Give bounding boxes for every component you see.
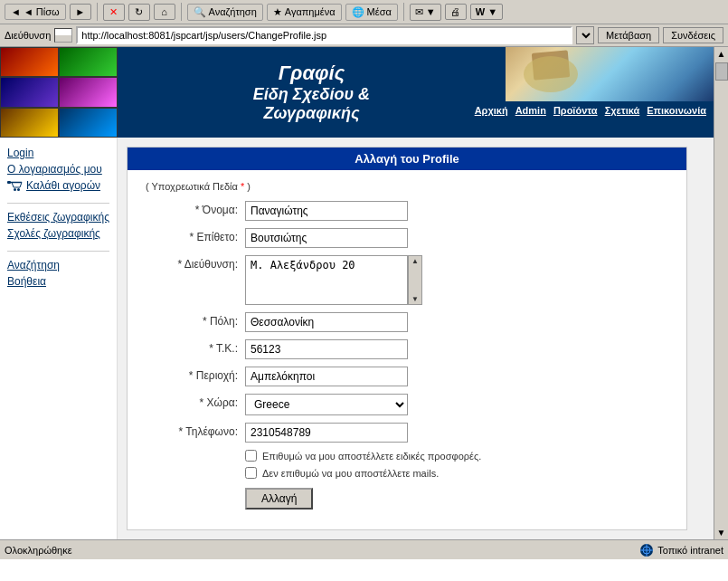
separator2 (181, 3, 182, 21)
required-note: ( Υποχρεωτικά Πεδία * ) (146, 181, 668, 192)
thumb-1 (0, 47, 59, 77)
sidebar-item-search[interactable]: Αναζήτηση (7, 259, 109, 271)
refresh-button[interactable]: ↻ (128, 4, 150, 21)
svg-rect-0 (7, 181, 11, 184)
print-button[interactable]: 🖨 (445, 4, 467, 20)
thumb-2 (59, 47, 118, 77)
sidebar-item-exhibitions[interactable]: Εκθέσεις ζωγραφικής (7, 211, 109, 224)
name-row: * Όνομα: (146, 201, 668, 221)
sidebar-section-utility: Αναζήτηση Βοήθεια (7, 259, 109, 288)
site-title-line3: Ζωγραφικής (253, 104, 370, 123)
zip-row: * Τ.Κ.: (146, 339, 668, 359)
scroll-up-icon: ▲ (411, 256, 420, 266)
nav-products[interactable]: Προϊόντα (553, 105, 598, 116)
status-right: Τοπικό intranet (639, 543, 723, 557)
submit-button[interactable]: Αλλαγή (245, 488, 313, 510)
site-header: Γραφίς Είδη Σχεδίου & Ζωγραφικής Αρχική … (0, 47, 714, 138)
textarea-scrollbar: ▲ ▼ (408, 255, 422, 305)
sidebar-divider2 (7, 251, 109, 252)
go-button[interactable]: Μετάβαση (598, 27, 659, 43)
site-title-line2: Είδη Σχεδίου & (253, 85, 370, 104)
search-button[interactable]: 🔍 Αναζήτηση (187, 4, 263, 21)
links-button[interactable]: Συνδέσεις (663, 27, 723, 43)
thumb-6 (59, 108, 118, 138)
home-button[interactable]: ⌂ (154, 4, 175, 20)
phone-input[interactable] (245, 423, 408, 443)
sidebar-section-account: Login Ο λογαριασμός μου (7, 147, 109, 192)
address-wrapper: Μ. Αλεξάνδρου 20 ▲ ▼ (245, 255, 422, 305)
sidebar-divider1 (7, 203, 109, 204)
nav-home[interactable]: Αρχική (475, 105, 508, 116)
profile-box: Αλλαγή του Profile ( Υποχρεωτικά Πεδία *… (127, 147, 687, 530)
sidebar-section-art: Εκθέσεις ζωγραφικής Σχολές ζωγραφικής (7, 211, 109, 240)
edit-button[interactable]: W ▼ (470, 4, 503, 20)
checkbox1-row: Επιθυμώ να μου αποστέλλετε ειδικές προσφ… (146, 450, 668, 462)
address-row: * Διεύθυνση: Μ. Αλεξάνδρου 20 ▲ ▼ (146, 255, 668, 305)
nav-about[interactable]: Σχετικά (605, 105, 640, 116)
address-textarea[interactable]: Μ. Αλεξάνδρου 20 (245, 255, 408, 305)
zip-input[interactable] (245, 339, 408, 359)
mail-button[interactable]: ✉ ▼ (410, 4, 441, 21)
name-label: * Όνομα: (146, 201, 245, 216)
sidebar-item-login[interactable]: Login (7, 147, 109, 159)
intranet-icon (639, 543, 654, 557)
sidebar-item-account[interactable]: Ο λογαριασμός μου (7, 163, 109, 176)
phone-label: * Τηλέφωνο: (146, 423, 245, 438)
header-right: Αρχική Admin Προϊόντα Σχετικά Επικοινωνί… (506, 47, 714, 138)
sidebar-item-help[interactable]: Βοήθεια (7, 275, 109, 288)
checkbox2-row: Δεν επιθυμώ να μου αποστέλλετε mails. (146, 467, 668, 479)
header-image (506, 47, 714, 101)
site-title-line1: Γραφίς (253, 62, 370, 85)
lastname-label: * Επίθετο: (146, 228, 245, 243)
checkbox2[interactable] (245, 467, 257, 479)
address-dropdown[interactable] (576, 26, 594, 44)
address-label: * Διεύθυνση: (146, 255, 245, 271)
back-icon: ◄ (11, 6, 21, 17)
header-center: Γραφίς Είδη Σχεδίου & Ζωγραφικής (118, 47, 506, 138)
nav-admin[interactable]: Admin (515, 105, 546, 116)
scroll-down-arrow[interactable]: ▼ (715, 526, 728, 539)
region-input[interactable] (245, 367, 408, 386)
media-button[interactable]: 🌐 Μέσα (345, 4, 398, 21)
nav-contact[interactable]: Επικοινωνία (647, 105, 706, 116)
svg-point-6 (17, 188, 20, 191)
submit-row: Αλλαγή (146, 488, 668, 510)
status-left: Ολοκληρώθηκε (5, 545, 72, 556)
stop-button[interactable]: ✕ (103, 4, 125, 21)
country-row: * Χώρα: Greece Albania Bulgaria Cyprus (146, 394, 668, 415)
lastname-input[interactable] (245, 228, 408, 248)
favorites-button[interactable]: ★ Αγαπημένα (267, 4, 342, 21)
checkbox2-label: Δεν επιθυμώ να μου αποστέλλετε mails. (262, 468, 439, 479)
name-input[interactable] (245, 201, 408, 221)
media-icon: 🌐 (352, 6, 364, 18)
address-input[interactable] (76, 26, 572, 44)
thumb-3 (0, 77, 59, 107)
country-label: * Χώρα: (146, 394, 245, 409)
forward-button[interactable]: ► (70, 4, 91, 20)
svg-point-5 (14, 188, 16, 191)
zip-label: * Τ.Κ.: (146, 339, 245, 355)
page-scrollbar[interactable]: ▲ ▼ (714, 47, 728, 539)
lastname-row: * Επίθετο: (146, 228, 668, 248)
status-bar: Ολοκληρώθηκε Τοπικό intranet (0, 539, 728, 559)
checkbox1[interactable] (245, 450, 257, 462)
site-title: Γραφίς Είδη Σχεδίου & Ζωγραφικής (253, 62, 370, 123)
address-icon (54, 28, 72, 43)
sidebar: Login Ο λογαριασμός μου (0, 138, 118, 539)
intranet-label: Τοπικό intranet (657, 545, 723, 556)
svg-line-2 (12, 183, 14, 188)
sidebar-item-schools[interactable]: Σχολές ζωγραφικής (7, 227, 109, 240)
city-label: * Πόλη: (146, 312, 245, 328)
country-select[interactable]: Greece Albania Bulgaria Cyprus (245, 394, 408, 415)
scroll-up-arrow[interactable]: ▲ (715, 47, 728, 61)
cart-icon (7, 179, 24, 192)
checkbox1-label: Επιθυμώ να μου αποστέλλετε ειδικές προσφ… (262, 451, 481, 462)
phone-row: * Τηλέφωνο: (146, 423, 668, 443)
back-button[interactable]: ◄ ◄ Πίσω (5, 4, 66, 20)
sidebar-item-cart[interactable]: Καλάθι αγορών (26, 179, 100, 192)
city-input[interactable] (245, 312, 408, 332)
region-row: * Περιοχή: (146, 367, 668, 386)
status-text: Ολοκληρώθηκε (5, 545, 72, 556)
scroll-thumb[interactable] (715, 62, 728, 81)
profile-header: Αλλαγή του Profile (128, 148, 686, 170)
